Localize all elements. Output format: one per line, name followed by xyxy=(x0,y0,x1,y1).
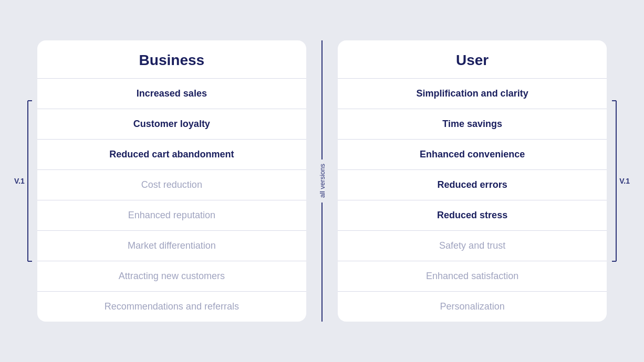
bracket-right-wrapper: V.1 xyxy=(611,100,632,262)
user-list-item: Simplification and clarity xyxy=(338,79,607,109)
user-list-item: Time savings xyxy=(338,109,607,140)
bracket-right-label: V.1 xyxy=(619,177,630,185)
business-list-item: Reduced cart abandonment xyxy=(37,140,306,170)
business-list-item: Recommendations and referrals xyxy=(37,292,306,322)
user-list-item: Reduced stress xyxy=(338,200,607,231)
bracket-left-label: V.1 xyxy=(14,177,25,185)
user-items-container: Simplification and clarityTime savingsEn… xyxy=(338,79,607,322)
user-list-item: Reduced errors xyxy=(338,170,607,200)
user-title: User xyxy=(343,52,601,69)
user-list-item: Safety and trust xyxy=(338,231,607,261)
business-list-item: Enhanced reputation xyxy=(37,200,306,231)
business-panel: Business Increased salesCustomer loyalty… xyxy=(37,40,306,322)
bracket-right-icon xyxy=(611,100,617,262)
business-items-container: Increased salesCustomer loyaltyReduced c… xyxy=(37,79,306,322)
business-list-item: Increased sales xyxy=(37,79,306,109)
business-title: Business xyxy=(43,52,301,69)
bracket-left-icon xyxy=(27,100,33,262)
bracket-left-wrapper: V.1 xyxy=(12,100,33,262)
user-panel: User Simplification and clarityTime savi… xyxy=(338,40,607,322)
middle-column: all versions xyxy=(306,40,338,322)
business-list-item: Cost reduction xyxy=(37,170,306,200)
middle-line-bottom xyxy=(321,203,323,322)
outer-wrapper: V.1 Business Increased salesCustomer loy… xyxy=(12,40,632,322)
middle-line-top xyxy=(321,40,323,159)
user-list-item: Personalization xyxy=(338,292,607,322)
business-list-item: Market differentiation xyxy=(37,231,306,261)
user-list-item: Enhanced satisfaction xyxy=(338,261,607,292)
user-header: User xyxy=(338,40,607,79)
all-versions-label: all versions xyxy=(318,159,326,202)
business-list-item: Attracting new customers xyxy=(37,261,306,292)
business-list-item: Customer loyalty xyxy=(37,109,306,140)
user-list-item: Enhanced convenience xyxy=(338,140,607,170)
business-header: Business xyxy=(37,40,306,79)
